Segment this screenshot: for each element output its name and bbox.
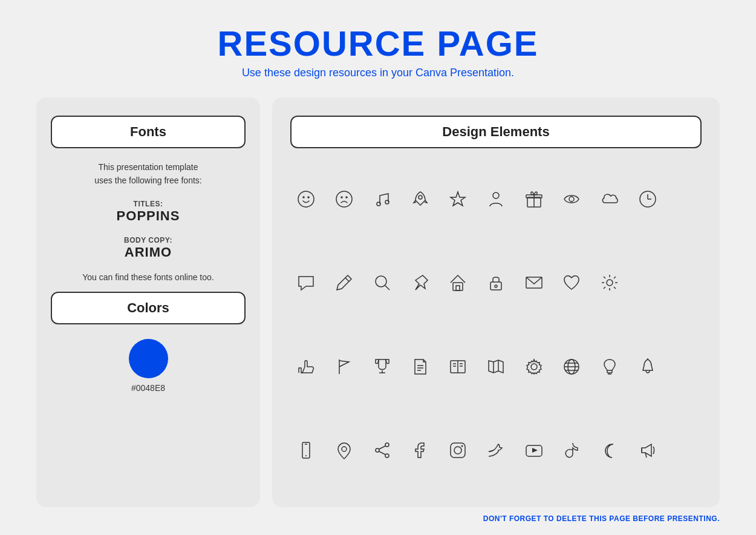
icon-map [480, 327, 512, 405]
svg-point-1 [303, 197, 304, 198]
page-title: RESOURCE PAGE [218, 24, 539, 63]
icon-pencil [328, 244, 360, 321]
icon-smiley [290, 160, 322, 238]
icon-chat [290, 244, 322, 321]
svg-line-33 [604, 287, 605, 289]
svg-line-32 [614, 277, 616, 278]
svg-point-23 [495, 285, 497, 287]
svg-point-8 [419, 195, 422, 199]
svg-point-2 [308, 197, 309, 198]
fonts-section-label: Fonts [51, 116, 246, 148]
icon-empty-1 [670, 160, 702, 238]
icon-book [442, 327, 474, 405]
design-elements-grid [290, 160, 702, 489]
svg-point-3 [336, 191, 352, 207]
fonts-description: This presentation template uses the foll… [51, 160, 246, 188]
svg-line-17 [345, 278, 349, 281]
icon-trophy [366, 327, 398, 405]
svg-point-59 [305, 455, 307, 456]
icon-document [404, 327, 436, 405]
main-content: Fonts This presentation template uses th… [36, 97, 720, 507]
svg-point-9 [493, 192, 499, 199]
svg-line-65 [379, 451, 385, 455]
body-font-name: ARIMO [51, 245, 246, 260]
icon-bulb [594, 327, 626, 405]
footer-note: DON'T FORGET TO DELETE THIS PAGE BEFORE … [36, 514, 720, 523]
icon-instagram [442, 412, 474, 489]
icon-empty-4 [670, 327, 702, 405]
svg-point-18 [376, 276, 386, 287]
design-elements-label: Design Elements [290, 116, 702, 148]
icon-moon [594, 412, 626, 489]
svg-point-5 [346, 197, 347, 198]
icon-rocket [404, 160, 436, 238]
svg-point-61 [385, 443, 389, 447]
icon-eye [556, 160, 588, 238]
icon-cloud [594, 160, 626, 238]
svg-point-63 [376, 448, 379, 452]
titles-font-category: TITLES: POPPINS [51, 200, 246, 224]
icon-megaphone [632, 412, 664, 489]
icon-home [442, 244, 474, 321]
svg-point-0 [298, 191, 314, 207]
icon-share [366, 412, 398, 489]
titles-label: TITLES: [51, 200, 246, 208]
titles-font-name: POPPINS [51, 208, 246, 224]
icon-phone [290, 412, 322, 489]
icon-twitter [480, 412, 512, 489]
svg-rect-66 [451, 443, 465, 458]
svg-point-60 [342, 447, 347, 451]
icon-empty-2 [632, 244, 664, 321]
icon-bell [632, 327, 664, 405]
icon-empty-3 [670, 244, 702, 321]
icon-sun [594, 244, 626, 321]
icon-thumbsup [290, 327, 322, 405]
svg-point-4 [341, 197, 342, 198]
icon-flag [328, 327, 360, 405]
color-swatch-container: #0048E8 [51, 339, 246, 393]
svg-point-68 [461, 445, 463, 447]
page-subtitle: Use these design resources in your Canva… [218, 67, 539, 79]
svg-point-48 [531, 364, 537, 370]
icon-tiktok [556, 412, 588, 489]
svg-rect-21 [456, 286, 460, 290]
icon-lock [480, 244, 512, 321]
svg-line-31 [614, 287, 616, 289]
icon-music [366, 160, 398, 238]
icon-clock [632, 160, 664, 238]
svg-point-25 [607, 280, 613, 286]
svg-point-62 [385, 454, 389, 458]
svg-line-30 [604, 277, 605, 278]
body-label: BODY COPY: [51, 236, 246, 245]
icon-star [442, 160, 474, 238]
icon-youtube [518, 412, 550, 489]
svg-rect-20 [453, 283, 463, 290]
color-hex-label: #0048E8 [131, 383, 165, 393]
icon-facebook [404, 412, 436, 489]
icon-mail [518, 244, 550, 321]
right-panel: Design Elements [272, 97, 720, 507]
icon-globe [556, 327, 588, 405]
svg-line-64 [379, 446, 385, 449]
left-panel: Fonts This presentation template uses th… [36, 97, 260, 507]
colors-section-label: Colors [51, 292, 246, 324]
icon-empty-5 [670, 412, 702, 489]
page-header: RESOURCE PAGE Use these design resources… [218, 24, 539, 79]
icon-heart [556, 244, 588, 321]
icon-search [366, 244, 398, 321]
color-swatch [129, 339, 168, 378]
icon-location [328, 412, 360, 489]
icon-person [480, 160, 512, 238]
icon-sad [328, 160, 360, 238]
body-font-category: BODY COPY: ARIMO [51, 236, 246, 260]
svg-point-67 [454, 447, 461, 454]
icon-pin [404, 244, 436, 321]
fonts-note: You can find these fonts online too. [51, 272, 246, 282]
svg-rect-22 [490, 282, 501, 290]
svg-line-19 [385, 286, 389, 290]
icon-gift [518, 160, 550, 238]
svg-point-13 [569, 197, 574, 202]
icon-gear [518, 327, 550, 405]
